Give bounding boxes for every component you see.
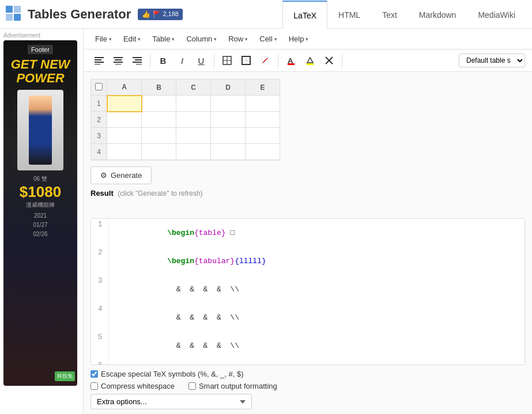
toolbar: B I U [84,50,532,72]
smart-output-label[interactable]: Smart output formatting [188,382,277,390]
select-all-checkbox[interactable] [95,83,103,90]
menu-edit[interactable]: Edit ▾ [119,32,145,45]
tab-bar: LaTeX HTML Text Markdown MediaWiki [282,0,526,28]
row-header: 3 [91,128,107,144]
menu-edit-label: Edit [123,35,136,43]
tab-text[interactable]: Text [371,1,408,29]
chevron-down-icon: ▾ [172,36,175,42]
cell-b1[interactable] [142,96,176,112]
generate-button[interactable]: ⚙ Generate [90,166,152,184]
app-title: Tables Generator [28,7,131,22]
align-left-button[interactable] [90,52,108,69]
svg-rect-0 [6,6,13,13]
border-none-button[interactable] [256,52,274,69]
smart-output-checkbox[interactable] [188,382,196,390]
col-header-a: A [107,79,142,96]
line-code: & & & & \\ [108,332,525,360]
tab-html[interactable]: HTML [327,1,371,29]
align-left-icon [95,56,104,64]
chevron-down-icon: ▾ [245,36,248,42]
cell-e2[interactable] [246,112,280,128]
option-row-1: Escape special TeX symbols (%, &, _, #, … [90,370,525,378]
cell-a1[interactable] [107,96,142,112]
svg-rect-14 [133,62,142,63]
extra-options-select[interactable]: Extra options... [90,394,252,409]
svg-rect-11 [115,64,121,64]
cell-d2[interactable] [211,112,246,128]
col-header-c: C [176,79,211,96]
cell-d1[interactable] [211,96,246,112]
row-header: 4 [91,144,107,160]
like-badge[interactable]: 👍 🚩 2,188 [138,9,183,20]
align-right-icon [133,56,142,64]
menu-table[interactable]: Table ▾ [148,32,179,45]
ad-brand: 科技免 [55,371,75,381]
menu-cell[interactable]: Cell ▾ [255,32,281,45]
separator [342,54,342,67]
cell-c3[interactable] [176,128,211,144]
tab-markdown[interactable]: Markdown [408,1,467,29]
menu-help[interactable]: Help ▾ [284,32,314,45]
corner-cell[interactable] [91,79,107,96]
tab-latex[interactable]: LaTeX [282,1,327,29]
align-right-button[interactable] [129,52,146,69]
cell-a3[interactable] [107,128,142,144]
smart-output-text: Smart output formatting [199,382,277,390]
menu-table-label: Table [152,35,170,43]
row-header: 2 [91,112,107,128]
cell-d4[interactable] [211,144,246,160]
editor-area: A B C D E 1 [84,72,532,218]
chevron-down-icon: ▾ [214,36,217,42]
result-label: Result [90,189,114,197]
escape-special-label[interactable]: Escape special TeX symbols (%, &, _, #, … [90,370,244,378]
cell-e1[interactable] [246,96,280,112]
font-color-button[interactable]: A [282,52,300,69]
menu-row[interactable]: Row ▾ [224,32,252,45]
cell-c4[interactable] [176,144,211,160]
svg-rect-4 [95,57,104,58]
compress-whitespace-label[interactable]: Compress whitespace [90,382,175,390]
thumbs-up-icon: 👍 [142,10,150,18]
ad-box: Footer GET NEWPOWER 06 雙 $1080 漫威機能褲 202… [3,40,77,386]
line-number: 5 [91,332,108,360]
cell-e4[interactable] [246,144,280,160]
line-number: 3 [91,275,108,303]
svg-rect-9 [115,59,122,60]
cell-a2[interactable] [107,112,142,128]
bold-button[interactable]: B [154,52,172,69]
svg-rect-10 [114,62,123,63]
tab-mediawiki[interactable]: MediaWiki [467,1,526,29]
cell-a4[interactable] [107,144,142,160]
menu-file[interactable]: File ▾ [90,32,116,45]
cell-b3[interactable] [142,128,176,144]
align-center-icon [114,56,123,64]
cell-e3[interactable] [246,128,280,144]
bg-color-button[interactable] [301,52,319,69]
svg-rect-3 [14,14,21,21]
cell-c1[interactable] [176,96,211,112]
italic-button[interactable]: I [173,52,191,69]
border-outer-button[interactable] [237,52,255,69]
underline-button[interactable]: U [193,52,210,69]
compress-whitespace-checkbox[interactable] [90,382,98,390]
separator [150,54,150,67]
bg-color-icon [305,56,315,65]
grid-container: A B C D E 1 [84,72,287,218]
cell-b4[interactable] [142,144,176,160]
menu-column[interactable]: Column ▾ [182,32,221,45]
result-hint: (click "Generate" to refresh) [118,189,202,197]
cell-d3[interactable] [211,128,246,144]
table-style-select[interactable]: Default table s [459,54,525,67]
chevron-down-icon: ▾ [305,36,308,42]
line-code: & & & & \\ [108,303,525,332]
code-line-1: 1 \begin{table} □ [91,219,525,247]
escape-special-checkbox[interactable] [90,370,98,378]
no-color-button[interactable] [320,52,338,69]
border-all-button[interactable] [218,52,236,69]
align-center-button[interactable] [110,52,127,69]
generate-section: ⚙ Generate [90,160,280,184]
cell-c2[interactable] [176,112,211,128]
cell-b2[interactable] [142,112,176,128]
gear-icon: ⚙ [100,171,107,180]
code-output[interactable]: 1 \begin{table} □ 2 \begin{tabular}{llll… [90,218,525,366]
